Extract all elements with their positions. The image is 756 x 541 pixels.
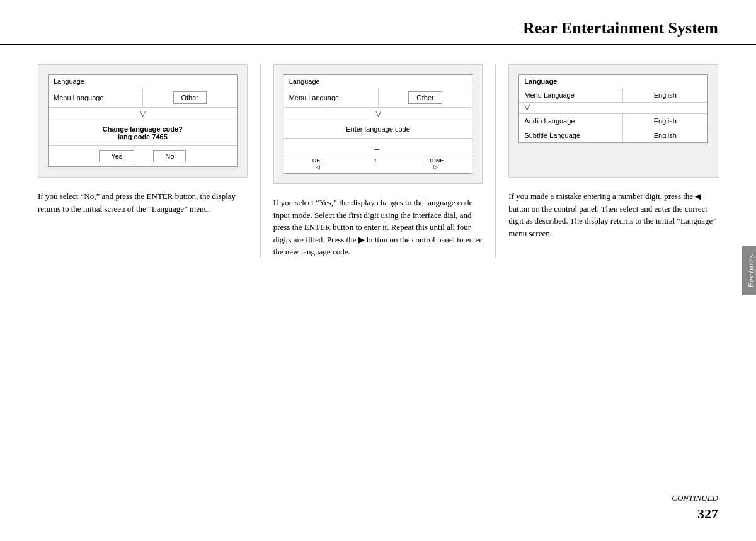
subtitle-lang-value: English (623, 128, 707, 142)
column-2: Language Menu Language Other ▽ Enter lan… (261, 64, 496, 258)
audio-lang-value: English (623, 114, 707, 128)
screen-row-menu-lang: Menu Language English (519, 88, 707, 103)
screen-inner-1: Language Menu Language Other ▽ Change la… (48, 74, 238, 167)
description-3: If you made a mistake entering a number … (508, 190, 718, 239)
description-1: If you select “No,” and press the ENTER … (38, 190, 248, 215)
screen-title-1: Language (49, 75, 237, 88)
screen-row-audio-lang: Audio Language English (519, 114, 707, 128)
enter-code-area: Enter language code (284, 120, 472, 139)
page-number: 327 (672, 506, 718, 522)
menu-lang-value: English (623, 88, 707, 102)
description-2: If you select “Yes,” the display changes… (273, 196, 483, 258)
page-footer: CONTINUED 327 (672, 493, 718, 522)
column-3: Language Menu Language English ▽ Audio L… (496, 64, 718, 258)
screen-cell-other-1: Other (143, 88, 237, 107)
screen-message-1: Change language code? lang code 7465 (49, 120, 237, 146)
subtitle-lang-label: Subtitle Language (519, 128, 622, 142)
dropdown-2: ▽ (284, 108, 472, 120)
dropdown-3: ▽ (519, 103, 707, 114)
screen-bottom-bar: DEL ◁ 1 DONE ▷ (284, 154, 472, 173)
screen-mockup-1: Language Menu Language Other ▽ Change la… (38, 64, 248, 178)
screen-cell-other-2: Other (379, 88, 472, 107)
screen-cell-menu-lang-1: Menu Language (49, 88, 143, 107)
page-title: Rear Entertainment System (38, 19, 718, 38)
code-display: _ (284, 139, 472, 154)
screen-row-1-top: Menu Language Other (49, 88, 237, 108)
screen-inner-3: Language Menu Language English ▽ Audio L… (518, 74, 708, 143)
screen-title-3: Language (519, 75, 707, 88)
del-button: DEL ◁ (312, 157, 324, 170)
screen-title-2: Language (284, 75, 472, 88)
screen-buttons-1: Yes No (49, 146, 237, 166)
screen-row-2-top: Menu Language Other (284, 88, 472, 108)
screen-mockup-3: Language Menu Language English ▽ Audio L… (508, 64, 718, 178)
screen-cell-menu-lang-2: Menu Language (284, 88, 379, 107)
continued-text: CONTINUED (672, 493, 718, 503)
num-display: 1 (374, 157, 377, 170)
screen-inner-2: Language Menu Language Other ▽ Enter lan… (284, 74, 473, 174)
yes-button-screen: Yes (99, 150, 134, 162)
done-button: DONE ▷ (427, 157, 444, 170)
main-content: Language Menu Language Other ▽ Change la… (0, 64, 756, 258)
dropdown-1: ▽ (49, 108, 237, 120)
page-header: Rear Entertainment System (0, 0, 756, 45)
menu-lang-label: Menu Language (519, 88, 622, 102)
no-button-screen: No (153, 150, 186, 162)
audio-lang-label: Audio Language (519, 114, 622, 128)
screen-mockup-2: Language Menu Language Other ▽ Enter lan… (273, 64, 483, 184)
screen-row-subtitle-lang: Subtitle Language English (519, 128, 707, 142)
column-1: Language Menu Language Other ▽ Change la… (38, 64, 261, 258)
features-tab: Features (742, 246, 756, 295)
